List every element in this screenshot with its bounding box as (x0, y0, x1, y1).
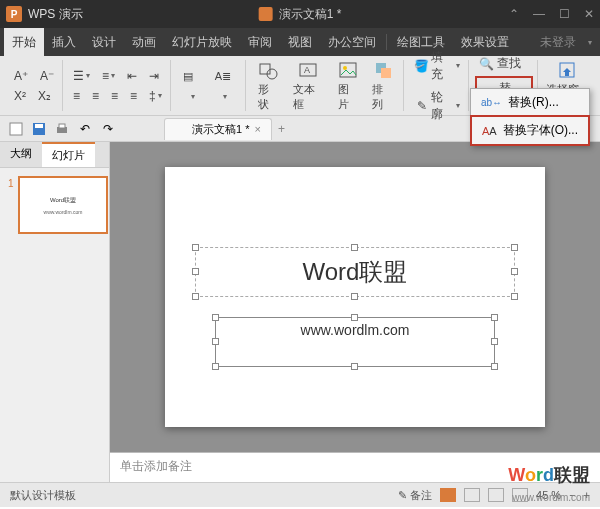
text-direction-icon: A≣ (215, 70, 235, 90)
slide-thumbnail[interactable]: Word联盟 www.wordlm.com (18, 176, 108, 234)
slides-tab[interactable]: 幻灯片 (42, 142, 95, 167)
slide-title-text: Word联盟 (303, 256, 408, 288)
bullets-button[interactable]: ☰▾ (69, 67, 94, 85)
menu-insert[interactable]: 插入 (44, 28, 84, 56)
slide[interactable]: Word联盟 www.wordlm.com (165, 167, 545, 427)
handle[interactable] (511, 268, 518, 275)
handle[interactable] (212, 338, 219, 345)
textbox-align-button[interactable]: ▤▾ (177, 60, 209, 111)
arrange-button[interactable]: 排列 (366, 60, 399, 111)
subtitle-textbox[interactable]: www.wordlm.com (215, 317, 495, 367)
login-status[interactable]: 未登录 (532, 34, 584, 51)
find-icon: 🔍 (479, 56, 495, 72)
title-textbox[interactable]: Word联盟 (195, 247, 515, 297)
svg-rect-4 (340, 63, 356, 77)
app-name: WPS 演示 (28, 6, 83, 23)
handle[interactable] (212, 363, 219, 370)
handle[interactable] (192, 293, 199, 300)
login-dropdown-icon[interactable]: ▾ (588, 38, 592, 47)
handle[interactable] (491, 338, 498, 345)
picture-button[interactable]: 图片 (332, 60, 365, 111)
thumb-title: Word联盟 (50, 196, 76, 205)
maximize-button[interactable]: ☐ (559, 7, 570, 21)
ribbon-toggle-icon[interactable]: ⌃ (509, 7, 519, 21)
menu-slideshow[interactable]: 幻灯片放映 (164, 28, 240, 56)
svg-text:A: A (304, 65, 310, 75)
handle[interactable] (491, 363, 498, 370)
handle[interactable] (212, 314, 219, 321)
menu-separator (386, 34, 387, 50)
normal-view-button[interactable] (440, 488, 456, 502)
handle[interactable] (351, 244, 358, 251)
thumbnail-number: 1 (8, 178, 14, 189)
handle[interactable] (511, 293, 518, 300)
outline-button[interactable]: ✎ 轮廓▾ (410, 87, 464, 125)
redo-button[interactable]: ↷ (98, 119, 118, 139)
decrease-indent-button[interactable]: ⇤ (123, 67, 141, 85)
handle[interactable] (192, 268, 199, 275)
menu-review[interactable]: 审阅 (240, 28, 280, 56)
text-direction-button[interactable]: A≣▾ (209, 60, 241, 111)
superscript-button[interactable]: X² (10, 87, 30, 105)
new-tab-button[interactable]: + (278, 122, 285, 136)
doc-title: 演示文稿1 * (279, 6, 342, 23)
handle[interactable] (491, 314, 498, 321)
fill-button[interactable]: 🪣 填充▾ (410, 47, 464, 85)
subscript-button[interactable]: X₂ (34, 87, 55, 105)
reading-view-button[interactable] (488, 488, 504, 502)
svg-rect-13 (59, 124, 65, 128)
align-right-button[interactable]: ≡ (107, 87, 122, 105)
app-icon: P (6, 6, 22, 22)
replace-dropdown: ab↔ 替换(R)... AA 替换字体(O)... (470, 88, 590, 146)
dropdown-replace-font[interactable]: AA 替换字体(O)... (470, 115, 590, 146)
svg-point-5 (343, 66, 347, 70)
doc-tab-close-icon[interactable]: × (254, 123, 260, 135)
menu-office[interactable]: 办公空间 (320, 28, 384, 56)
line-spacing-button[interactable]: ‡▾ (145, 87, 166, 105)
dropdown-replace[interactable]: ab↔ 替换(R)... (471, 89, 589, 116)
notes-toggle[interactable]: ✎ 备注 (398, 488, 432, 503)
menu-view[interactable]: 视图 (280, 28, 320, 56)
menu-design[interactable]: 设计 (84, 28, 124, 56)
align-justify-button[interactable]: ≡ (126, 87, 141, 105)
svg-rect-0 (260, 64, 270, 74)
arrange-icon (373, 60, 393, 80)
save-button[interactable] (29, 119, 49, 139)
textbox-icon: A (298, 60, 318, 80)
menu-animation[interactable]: 动画 (124, 28, 164, 56)
close-button[interactable]: ✕ (584, 7, 594, 21)
outline-icon: ✎ (414, 98, 429, 114)
increase-indent-button[interactable]: ⇥ (145, 67, 163, 85)
slide-panel: 大纲 幻灯片 1 Word联盟 www.wordlm.com (0, 142, 110, 482)
main-area: 大纲 幻灯片 1 Word联盟 www.wordlm.com Word联盟 (0, 142, 600, 482)
menu-home[interactable]: 开始 (4, 28, 44, 56)
align-left-button[interactable]: ≡ (69, 87, 84, 105)
doc-tab-icon (175, 123, 187, 135)
textbox-button[interactable]: A 文本框 (287, 60, 330, 111)
find-button[interactable]: 🔍 查找 (475, 53, 533, 74)
minimize-button[interactable]: — (533, 7, 545, 21)
shapes-button[interactable]: 形状 (252, 60, 285, 111)
undo-button[interactable]: ↶ (75, 119, 95, 139)
select-pane-icon (557, 60, 577, 80)
new-button[interactable] (6, 119, 26, 139)
sorter-view-button[interactable] (464, 488, 480, 502)
numbering-button[interactable]: ≡▾ (98, 67, 119, 85)
watermark-url: www.wordlm.com (512, 492, 590, 503)
font-decrease-button[interactable]: A⁻ (36, 67, 58, 85)
template-label: 默认设计模板 (10, 488, 76, 503)
svg-rect-7 (381, 68, 391, 78)
thumb-subtitle: www.wordlm.com (44, 209, 83, 215)
outline-tab[interactable]: 大纲 (0, 142, 42, 167)
handle[interactable] (192, 244, 199, 251)
handle[interactable] (351, 363, 358, 370)
replace-font-icon: AA (482, 125, 497, 137)
document-tab[interactable]: 演示文稿1 * × (164, 118, 272, 140)
handle[interactable] (511, 244, 518, 251)
handle[interactable] (351, 314, 358, 321)
print-button[interactable] (52, 119, 72, 139)
slide-canvas: Word联盟 www.wordlm.com 单击添加备注 (110, 142, 600, 482)
font-increase-button[interactable]: A⁺ (10, 67, 32, 85)
align-center-button[interactable]: ≡ (88, 87, 103, 105)
handle[interactable] (351, 293, 358, 300)
